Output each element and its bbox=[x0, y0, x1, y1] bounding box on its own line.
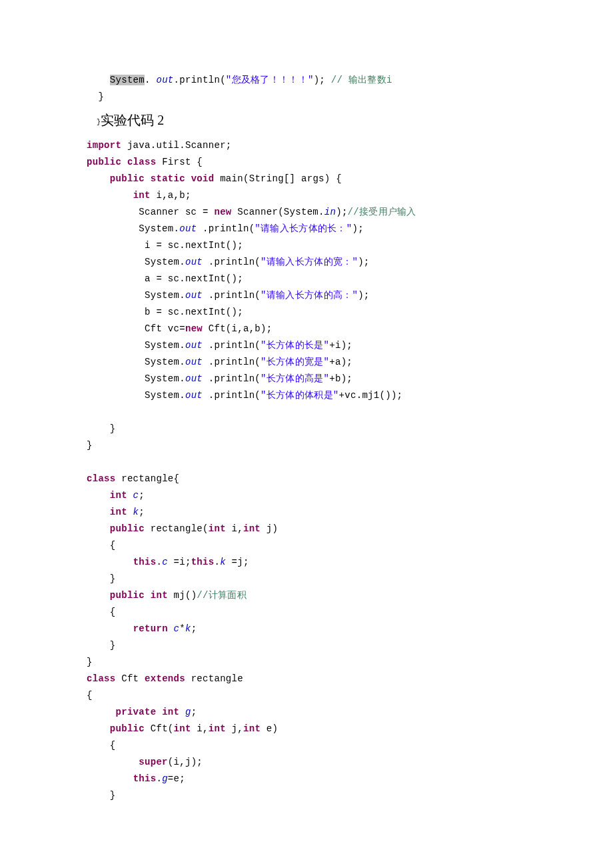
kw-public: public bbox=[110, 590, 145, 601]
kw-public: public bbox=[87, 157, 121, 167]
text: System. bbox=[87, 340, 185, 351]
heading-row: }实验代码 2 bbox=[87, 112, 526, 131]
kw-void: void bbox=[185, 173, 215, 184]
kw-int: int bbox=[209, 523, 226, 534]
text: i = sc.nextInt(); bbox=[87, 240, 243, 251]
indent bbox=[87, 623, 133, 634]
kw-int: int bbox=[145, 590, 168, 601]
field-c: c bbox=[174, 623, 180, 634]
var-decl: i,a,b; bbox=[151, 190, 191, 201]
closing-brace: } bbox=[87, 790, 116, 801]
open-brace: { bbox=[87, 607, 116, 617]
semicolon: ; bbox=[191, 623, 197, 634]
indent bbox=[87, 75, 110, 85]
text: Cft bbox=[116, 673, 145, 684]
space bbox=[168, 623, 174, 634]
field-c: c bbox=[162, 557, 168, 567]
kw-public: public bbox=[110, 173, 145, 184]
open-brace: { bbox=[87, 540, 116, 551]
out-field: out bbox=[185, 390, 203, 401]
kw-int: int bbox=[87, 507, 127, 517]
text: Scanner(System. bbox=[232, 207, 324, 217]
star: * bbox=[179, 623, 185, 634]
kw-static: static bbox=[145, 173, 185, 184]
comment-slash: // bbox=[331, 75, 348, 85]
system-identifier: System bbox=[110, 75, 145, 85]
text: System. bbox=[87, 390, 185, 401]
string-literal: "长方体的长是" bbox=[261, 340, 329, 351]
text: Cft( bbox=[145, 723, 174, 734]
text: mj() bbox=[168, 590, 197, 601]
kw-int: int bbox=[133, 190, 151, 201]
text: System. bbox=[87, 357, 185, 367]
kw-int: int bbox=[174, 723, 191, 734]
string-literal: "请输入长方体的长：" bbox=[255, 223, 352, 234]
text: System. bbox=[87, 373, 185, 384]
indent bbox=[87, 757, 139, 767]
kw-this: this bbox=[133, 557, 157, 567]
comment: 输出整数i bbox=[348, 75, 392, 85]
text: =i; bbox=[168, 557, 191, 567]
kw-private: private bbox=[116, 707, 157, 717]
text: +a); bbox=[329, 357, 352, 367]
text: e) bbox=[261, 723, 278, 734]
text: System. bbox=[87, 223, 179, 234]
text: rectangle( bbox=[145, 523, 209, 534]
string-literal: "请输入长方体的宽：" bbox=[261, 257, 358, 267]
text: .println( bbox=[203, 257, 261, 267]
open-brace: { bbox=[87, 690, 93, 701]
text: Cft(i,a,b); bbox=[203, 323, 272, 334]
text: +b); bbox=[329, 373, 352, 384]
dot: . bbox=[214, 557, 220, 567]
field-c: c bbox=[127, 490, 139, 501]
semicolon: ; bbox=[139, 490, 145, 501]
kw-int: int bbox=[243, 523, 261, 534]
out-field: out bbox=[185, 340, 203, 351]
code-snippet-2: import java.util.Scanner; public class F… bbox=[87, 137, 526, 804]
text: ); bbox=[352, 223, 363, 234]
text: =j; bbox=[226, 557, 249, 567]
text: System. bbox=[87, 257, 185, 267]
kw-super: super bbox=[139, 757, 168, 767]
text: +vc.mj1()); bbox=[339, 390, 403, 401]
text: .println( bbox=[197, 223, 255, 234]
text: i, bbox=[226, 523, 243, 534]
string-literal: "您及格了！！！！" bbox=[226, 75, 314, 85]
field-k: k bbox=[127, 507, 139, 517]
kw-int: int bbox=[209, 723, 226, 734]
text: .println( bbox=[203, 373, 261, 384]
text: Scanner sc = bbox=[87, 207, 214, 217]
closing-brace: } bbox=[87, 573, 116, 584]
document-page: System. out.println("您及格了！！！！"); // 输出整数… bbox=[87, 72, 526, 804]
text: j) bbox=[261, 523, 278, 534]
comment: //计算面积 bbox=[197, 590, 247, 601]
comment: //接受用户输入 bbox=[348, 207, 416, 217]
kw-return: return bbox=[133, 623, 168, 634]
string-literal: "长方体的宽是" bbox=[261, 357, 329, 367]
string-literal: "请输入长方体的高：" bbox=[261, 290, 358, 301]
text: .println( bbox=[203, 390, 261, 401]
text: ); bbox=[358, 290, 369, 301]
string-literal: "长方体的体积是" bbox=[261, 390, 339, 401]
class-decl: rectangle{ bbox=[116, 473, 180, 484]
text: +i); bbox=[329, 340, 352, 351]
text: .println( bbox=[203, 290, 261, 301]
out-field: out bbox=[185, 357, 203, 367]
indent bbox=[87, 173, 110, 184]
kw-class: class bbox=[87, 673, 116, 684]
out-field: out bbox=[185, 373, 203, 384]
indent bbox=[87, 523, 110, 534]
kw-class: class bbox=[121, 157, 156, 167]
kw-int: int bbox=[243, 723, 261, 734]
field-g: g bbox=[185, 707, 191, 717]
kw-new: new bbox=[214, 207, 231, 217]
kw-int: int bbox=[156, 707, 179, 717]
semicolon: ; bbox=[139, 507, 145, 517]
text: .println( bbox=[203, 357, 261, 367]
kw-int: int bbox=[87, 490, 127, 501]
kw-this: this bbox=[133, 773, 157, 784]
class-decl: First { bbox=[156, 157, 203, 167]
text: Cft vc= bbox=[87, 323, 185, 334]
kw-this: this bbox=[191, 557, 215, 567]
closing-brace: } bbox=[87, 423, 116, 434]
